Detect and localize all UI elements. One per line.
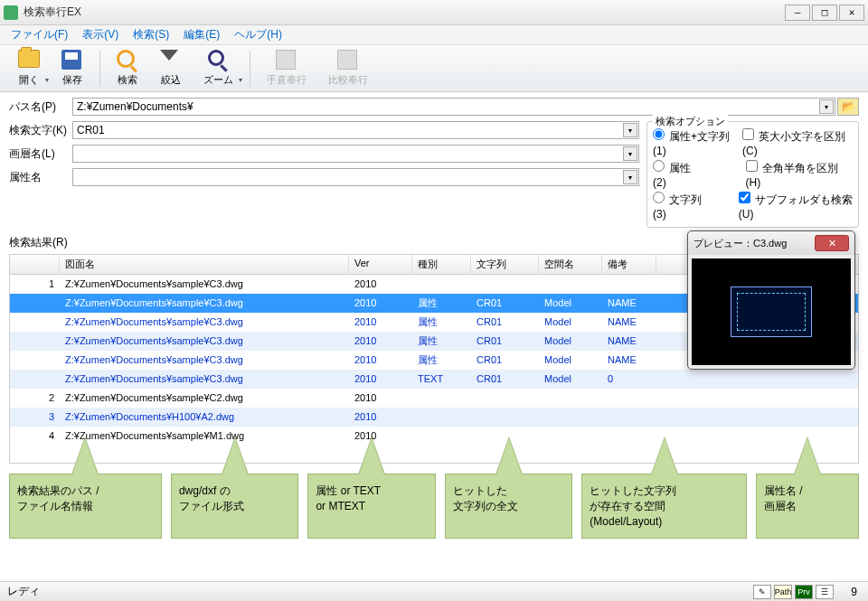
- callout-string: ヒットした文字列の全文: [445, 474, 572, 539]
- cell: 2010: [349, 409, 412, 424]
- status-prv-badge[interactable]: Prv: [795, 585, 813, 599]
- table-row[interactable]: 4Z:¥Zumen¥Documents¥sample¥M1.dwg2010: [10, 427, 858, 446]
- menu-help[interactable]: ヘルプ(H): [227, 25, 289, 44]
- menu-edit[interactable]: 編集(E): [176, 25, 227, 44]
- search-options-group: 検索オプション 属性+文字列(1) 英大小文字を区別(C) 属性(2) 全角半角…: [646, 121, 859, 228]
- menu-view[interactable]: 表示(V): [75, 25, 126, 44]
- cell: Z:¥Zumen¥Documents¥sample¥C2.dwg: [60, 390, 349, 405]
- path-label: パス名(P): [9, 99, 72, 115]
- cell: 2010: [349, 352, 412, 367]
- close-button[interactable]: ✕: [839, 5, 864, 21]
- status-bar: レディ ✎ Path Prv ☰ 9: [0, 581, 868, 601]
- toolbar-open[interactable]: 開く ▾: [7, 47, 51, 90]
- cell: [412, 434, 471, 437]
- cell: [10, 320, 60, 324]
- table-row[interactable]: 3Z:¥Zumen¥Documents¥H100¥A2.dwg2010: [10, 408, 858, 427]
- attr-input[interactable]: [72, 168, 639, 186]
- cell: Z:¥Zumen¥Documents¥sample¥C3.dwg: [60, 315, 349, 329]
- cell: [471, 415, 539, 418]
- chk-subfolder[interactable]: サブフォルダも検索(U): [739, 192, 853, 221]
- callout-space: ヒットした文字列が存在する空間(Model/Layout): [581, 474, 747, 539]
- layer-dropdown-arrow[interactable]: ▾: [623, 146, 637, 161]
- cell: [539, 282, 602, 286]
- col-remark[interactable]: 備考: [602, 255, 656, 274]
- maximize-button[interactable]: □: [812, 5, 837, 21]
- keyword-dropdown-arrow[interactable]: ▾: [623, 123, 637, 137]
- menu-file[interactable]: ファイル(F): [4, 25, 75, 44]
- preview-close-button[interactable]: ✕: [815, 235, 849, 251]
- status-count: 9: [834, 586, 861, 598]
- cell: [10, 301, 60, 305]
- toolbar-save[interactable]: 保存: [51, 47, 94, 90]
- cell: [10, 377, 60, 380]
- chk-case[interactable]: 英大小文字を区別(C): [742, 128, 853, 157]
- cell: [471, 396, 539, 399]
- cell: 2010: [349, 390, 412, 405]
- cell: [10, 339, 60, 343]
- path-dropdown-arrow[interactable]: ▾: [819, 99, 834, 114]
- browse-folder-button[interactable]: 📂: [837, 98, 859, 116]
- preview-window[interactable]: プレビュー：C3.dwg ✕: [687, 230, 855, 370]
- col-ver[interactable]: Ver: [349, 255, 412, 274]
- opt-str[interactable]: 文字列(3): [653, 192, 708, 221]
- search-icon: [117, 50, 135, 68]
- table-row[interactable]: Z:¥Zumen¥Documents¥sample¥C3.dwg2010TEXT…: [10, 370, 858, 389]
- callout-path: 検索結果のパス /ファイル名情報: [9, 474, 162, 539]
- toolbar-zoom[interactable]: ズーム ▾: [193, 47, 244, 90]
- cell: [10, 358, 60, 362]
- attr-dropdown-arrow[interactable]: ▾: [623, 170, 637, 184]
- window-title: 検索奉行EX: [24, 5, 785, 20]
- toolbar-separator: [99, 51, 100, 87]
- chk-width[interactable]: 全角半角を区別(H): [746, 160, 853, 189]
- status-icon-4[interactable]: ☰: [816, 585, 834, 599]
- keyword-input[interactable]: [72, 121, 639, 139]
- col-number[interactable]: [10, 255, 60, 274]
- cell: [602, 396, 656, 399]
- cell: 2: [10, 390, 60, 405]
- chevron-down-icon[interactable]: ▾: [45, 76, 49, 84]
- col-type[interactable]: 種別: [412, 255, 471, 274]
- preview-titlebar[interactable]: プレビュー：C3.dwg ✕: [688, 231, 854, 255]
- filter-icon: [160, 50, 178, 68]
- cell: Z:¥Zumen¥Documents¥sample¥C3.dwg: [60, 333, 349, 348]
- cell: 4: [10, 428, 60, 443]
- cell: Z:¥Zumen¥Documents¥sample¥C3.dwg: [60, 277, 349, 291]
- toolbar-compare: 比較奉行: [317, 47, 379, 90]
- col-name[interactable]: 図面名: [60, 255, 349, 274]
- status-text: レディ: [7, 584, 750, 599]
- cell: [412, 415, 471, 418]
- search-form: パス名(P) ▾ 📂 検索文字(K) ▾ 画層名(L) ▾: [0, 92, 868, 233]
- layer-label: 画層名(L): [9, 146, 72, 162]
- cell: [471, 434, 539, 437]
- col-str[interactable]: 文字列: [471, 255, 539, 274]
- cell: CR01: [471, 333, 539, 348]
- cell: NAME: [602, 296, 656, 310]
- cell: Z:¥Zumen¥Documents¥sample¥M1.dwg: [60, 428, 349, 443]
- toolbar-separator: [250, 51, 250, 87]
- menu-search[interactable]: 検索(S): [126, 25, 176, 44]
- callouts: 検索結果のパス /ファイル名情報 dwg/dxf のファイル形式 属性 or T…: [9, 474, 859, 539]
- layer-input[interactable]: [72, 145, 639, 163]
- opt-attr[interactable]: 属性(2): [653, 160, 704, 189]
- cell: Model: [539, 315, 602, 329]
- cell: [412, 282, 471, 286]
- cell: 2010: [349, 277, 412, 291]
- cell: [471, 282, 539, 286]
- opt-attr-str[interactable]: 属性+文字列(1): [653, 128, 737, 157]
- cell: NAME: [602, 315, 656, 329]
- keyword-label: 検索文字(K): [9, 123, 72, 138]
- attr-label: 属性名: [9, 170, 72, 185]
- disabled-icon: [337, 50, 357, 70]
- preview-drawing: [731, 286, 812, 337]
- status-icon-1[interactable]: ✎: [753, 585, 771, 599]
- menu-bar: ファイル(F) 表示(V) 検索(S) 編集(E) ヘルプ(H): [0, 25, 868, 45]
- col-space[interactable]: 空間名: [539, 255, 602, 274]
- chevron-down-icon[interactable]: ▾: [239, 76, 242, 84]
- toolbar-filter[interactable]: 絞込: [149, 47, 193, 90]
- path-input[interactable]: [72, 98, 835, 116]
- table-row[interactable]: 2Z:¥Zumen¥Documents¥sample¥C2.dwg2010: [10, 389, 858, 408]
- minimize-button[interactable]: ―: [785, 5, 810, 21]
- cell: [539, 396, 602, 399]
- toolbar-search[interactable]: 検索: [106, 47, 149, 90]
- status-path-badge[interactable]: Path: [774, 585, 792, 599]
